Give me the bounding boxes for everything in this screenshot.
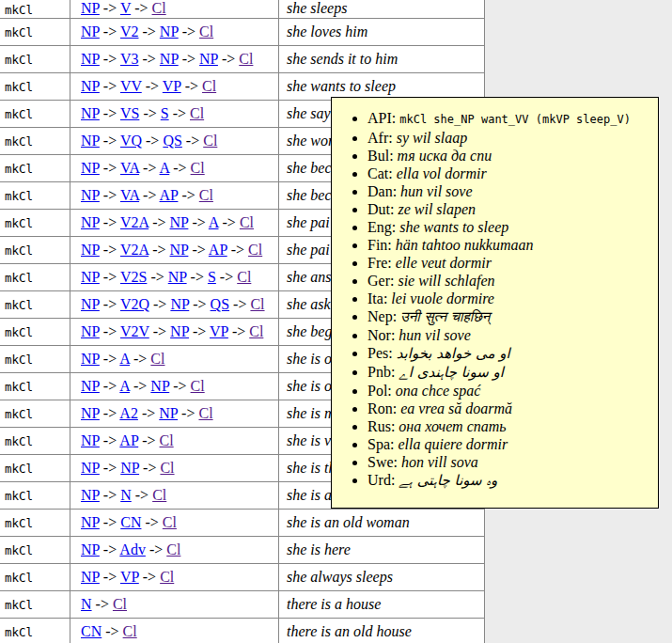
category-link[interactable]: A <box>209 214 219 230</box>
category-link[interactable]: V3 <box>120 51 139 67</box>
function-name-cell: mkCl <box>0 101 70 128</box>
category-link[interactable]: Cl <box>191 160 205 176</box>
category-link[interactable]: VA <box>120 187 139 203</box>
category-link[interactable]: NP <box>81 323 100 339</box>
language-label: Bul <box>367 148 389 164</box>
category-link[interactable]: Cl <box>250 296 264 312</box>
category-link[interactable]: NP <box>81 296 100 312</box>
category-link[interactable]: NP <box>81 514 100 530</box>
category-link[interactable]: NP <box>81 78 100 94</box>
category-link[interactable]: NP <box>81 0 100 16</box>
category-link[interactable]: AP <box>160 187 179 203</box>
category-link[interactable]: N <box>81 596 92 612</box>
category-link[interactable]: Cl <box>113 596 127 612</box>
category-link[interactable]: Cl <box>163 514 177 530</box>
category-link[interactable]: NP <box>170 214 189 230</box>
category-link[interactable]: NP <box>170 296 189 312</box>
category-link[interactable]: NP <box>81 214 100 230</box>
category-link[interactable]: AP <box>119 432 138 448</box>
category-link[interactable]: NP <box>199 51 218 67</box>
category-link[interactable]: QS <box>211 296 229 312</box>
category-link[interactable]: Cl <box>160 460 174 476</box>
category-link[interactable]: Cl <box>203 133 217 149</box>
category-link[interactable]: NP <box>81 133 100 149</box>
table-row: mkClNP -> Adv -> Clshe is here <box>0 537 485 564</box>
category-link[interactable]: NP <box>170 323 189 339</box>
category-link[interactable]: NP <box>81 487 100 503</box>
category-link[interactable]: Cl <box>249 323 263 339</box>
category-link[interactable]: NP <box>160 51 179 67</box>
category-link[interactable]: VP <box>210 323 228 339</box>
category-link[interactable]: V2S <box>120 269 147 285</box>
rule-cell: NP -> V2 -> NP -> Cl <box>70 19 279 46</box>
category-link[interactable]: VP <box>163 78 181 94</box>
arrow-separator: -> <box>219 214 240 230</box>
category-link[interactable]: A <box>119 351 130 367</box>
category-link[interactable]: NP <box>81 160 100 176</box>
category-link[interactable]: NP <box>168 269 187 285</box>
category-link[interactable]: N <box>120 487 132 503</box>
category-link[interactable]: NP <box>160 24 179 39</box>
category-link[interactable]: VS <box>120 105 139 121</box>
category-link[interactable]: NP <box>81 242 100 258</box>
category-link[interactable]: VP <box>120 569 139 585</box>
category-link[interactable]: NP <box>81 351 100 367</box>
category-link[interactable]: S <box>208 269 216 285</box>
category-link[interactable]: S <box>161 105 169 121</box>
category-link[interactable]: NP <box>81 187 100 203</box>
category-link[interactable]: CN <box>120 514 141 530</box>
category-link[interactable]: Cl <box>191 378 205 394</box>
translation-item: Dan: hun vil sove <box>367 183 652 199</box>
category-link[interactable]: NP <box>81 432 100 448</box>
category-link[interactable]: Cl <box>190 105 204 121</box>
category-link[interactable]: QS <box>163 133 181 149</box>
category-link[interactable]: NP <box>81 569 100 585</box>
category-link[interactable]: Cl <box>160 569 174 585</box>
category-link[interactable]: NP <box>120 460 139 476</box>
category-link[interactable]: Cl <box>248 242 262 258</box>
category-link[interactable]: NP <box>81 269 100 285</box>
category-link[interactable]: V2V <box>120 323 149 339</box>
category-link[interactable]: Adv <box>119 541 146 557</box>
category-link[interactable]: NP <box>170 242 189 258</box>
category-link[interactable]: A <box>160 160 170 176</box>
category-link[interactable]: NP <box>159 405 178 421</box>
table-row: mkClNP -> VP -> Clshe always sleeps <box>0 564 485 591</box>
category-link[interactable]: NP <box>81 51 100 67</box>
category-link[interactable]: V <box>120 0 131 16</box>
category-link[interactable]: Cl <box>150 351 164 367</box>
category-link[interactable]: NP <box>81 105 100 121</box>
category-link[interactable]: Cl <box>166 541 180 557</box>
category-link[interactable]: Cl <box>239 51 253 67</box>
category-link[interactable]: Cl <box>240 214 254 230</box>
category-link[interactable]: Cl <box>152 487 166 503</box>
category-link[interactable]: NP <box>150 378 169 394</box>
category-link[interactable]: NP <box>81 378 100 394</box>
category-link[interactable]: Cl <box>160 432 174 448</box>
category-link[interactable]: VA <box>120 160 139 176</box>
category-link[interactable]: NP <box>81 405 100 421</box>
category-link[interactable]: Cl <box>199 187 213 203</box>
category-link[interactable]: A <box>119 378 130 394</box>
category-link[interactable]: VV <box>120 78 142 94</box>
category-link[interactable]: NP <box>81 24 100 39</box>
category-link[interactable]: CN <box>81 623 102 639</box>
category-link[interactable]: Cl <box>123 623 137 639</box>
category-link[interactable]: A2 <box>119 405 138 421</box>
category-link[interactable]: Cl <box>152 0 166 16</box>
category-link[interactable]: V2A <box>120 242 148 258</box>
function-name-cell: mkCl <box>0 128 70 155</box>
category-link[interactable]: NP <box>81 541 100 557</box>
category-link[interactable]: NP <box>81 460 100 476</box>
rule-cell: NP -> A -> NP -> Cl <box>70 373 279 400</box>
category-link[interactable]: AP <box>209 242 227 258</box>
category-link[interactable]: V2A <box>120 214 148 230</box>
category-link[interactable]: Cl <box>199 24 213 39</box>
category-link[interactable]: Cl <box>202 78 216 94</box>
category-link[interactable]: Cl <box>198 405 212 421</box>
category-link[interactable]: Cl <box>237 269 251 285</box>
category-link[interactable]: V2 <box>120 24 139 39</box>
function-name-cell: mkCl <box>0 537 70 564</box>
category-link[interactable]: VQ <box>120 133 142 149</box>
category-link[interactable]: V2Q <box>120 296 149 312</box>
